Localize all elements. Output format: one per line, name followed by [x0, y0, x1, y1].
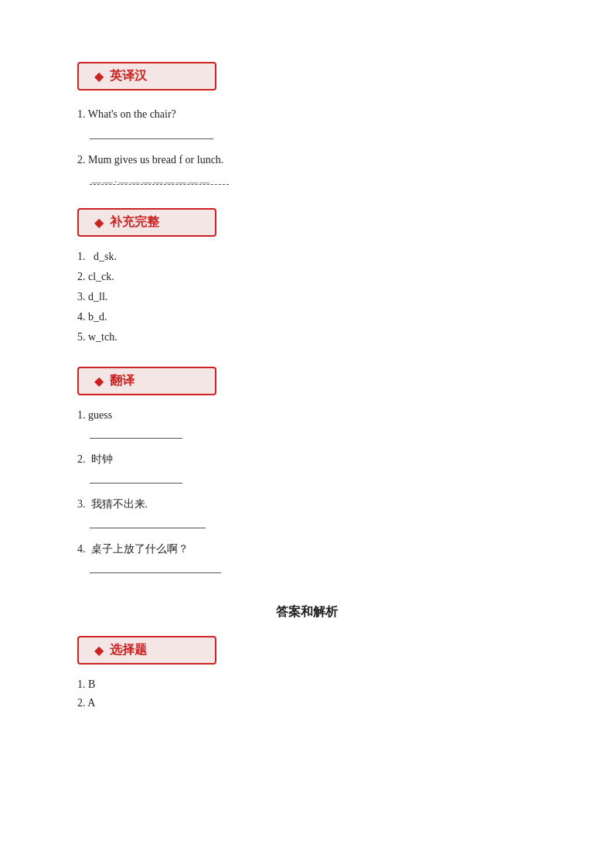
fill-text: d_ll. — [88, 291, 107, 302]
question-num: 2. — [77, 154, 86, 166]
translate-q-2: 2. 时钟 — [77, 453, 536, 484]
section-title-yingyi: 英译汉 — [110, 68, 147, 84]
diamond-icon-3: ◆ — [94, 374, 104, 388]
question-1-yingyi: 1. What's on the chair? — [77, 104, 536, 139]
fill-num: 1. — [77, 251, 86, 262]
section-title-buchong: 补充完整 — [110, 214, 159, 231]
answer-num-1: 1. — [77, 678, 86, 690]
question-2-yingyi: 2. Mum gives us bread f or lunch. ——·———… — [77, 150, 536, 185]
translate-text-4: 4. 桌子上放了什么啊？ — [77, 542, 536, 556]
translate-text-1: 1. guess — [77, 409, 536, 422]
answer-line-1 — [90, 127, 213, 139]
answer-item-2: 2. A — [77, 697, 536, 709]
answer-val-2: A — [87, 697, 95, 709]
section-fanyi: ◆ 翻译 1. guess 2. 时钟 3. 我猜不出来. 4. 桌子上放了什么… — [77, 367, 536, 573]
section-yingyi: ◆ 英译汉 1. What's on the chair? 2. Mum giv… — [77, 62, 536, 185]
question-text: What's on the chair? — [88, 108, 176, 120]
answers-xuanze: ◆ 选择题 1. B 2. A — [77, 636, 536, 709]
section-title-xuanze: 选择题 — [110, 642, 147, 658]
fill-q-3: 3. d_ll. — [77, 291, 536, 303]
section-header-xuanze: ◆ 选择题 — [77, 636, 216, 665]
section-title-fanyi: 翻译 — [110, 373, 135, 389]
answer-num-2: 2. — [77, 697, 86, 709]
question-num: 1. — [77, 108, 86, 120]
translate-text-3: 3. 我猜不出来. — [77, 497, 536, 511]
section-buchong: ◆ 补充完整 1. d_sk. 2. cl_ck. 3. d_ll. 4. b_… — [77, 208, 536, 343]
translate-line-2 — [90, 471, 182, 484]
answers-title: 答案和解析 — [77, 604, 536, 620]
fill-q-2: 2. cl_ck. — [77, 271, 536, 283]
translate-line-4 — [90, 561, 221, 573]
fill-num: 5. — [77, 331, 86, 343]
fill-text: b_d. — [88, 311, 107, 323]
translate-q-3: 3. 我猜不出来. — [77, 497, 536, 528]
section-header-buchong: ◆ 补充完整 — [77, 208, 216, 237]
diamond-icon: ◆ — [94, 69, 104, 84]
translate-line-1 — [90, 426, 182, 439]
diamond-icon-4: ◆ — [94, 643, 104, 658]
section-header-yingyi: ◆ 英译汉 — [77, 62, 216, 91]
translate-line-3 — [90, 516, 206, 528]
translate-q-1: 1. guess — [77, 409, 536, 439]
translate-text-2: 2. 时钟 — [77, 453, 536, 466]
fill-text: cl_ck. — [88, 271, 114, 282]
answer-val-1: B — [88, 678, 95, 690]
fill-q-1: 1. d_sk. — [77, 251, 536, 263]
fill-num: 2. — [77, 271, 86, 282]
fill-num: 3. — [77, 291, 86, 302]
fill-q-5: 5. w_tch. — [77, 331, 536, 343]
fill-q-4: 4. b_d. — [77, 311, 536, 323]
fill-num: 4. — [77, 311, 86, 323]
answer-line-2: ——·———————— — [90, 173, 229, 185]
question-text: Mum gives us bread f or lunch. — [88, 154, 223, 166]
translate-q-4: 4. 桌子上放了什么啊？ — [77, 542, 536, 573]
diamond-icon-2: ◆ — [94, 215, 104, 230]
answers-section: 答案和解析 ◆ 选择题 1. B 2. A — [77, 604, 536, 709]
section-header-fanyi: ◆ 翻译 — [77, 367, 216, 395]
fill-text: w_tch. — [88, 331, 117, 343]
fill-text: d_sk. — [94, 251, 117, 262]
answer-item-1: 1. B — [77, 678, 536, 691]
